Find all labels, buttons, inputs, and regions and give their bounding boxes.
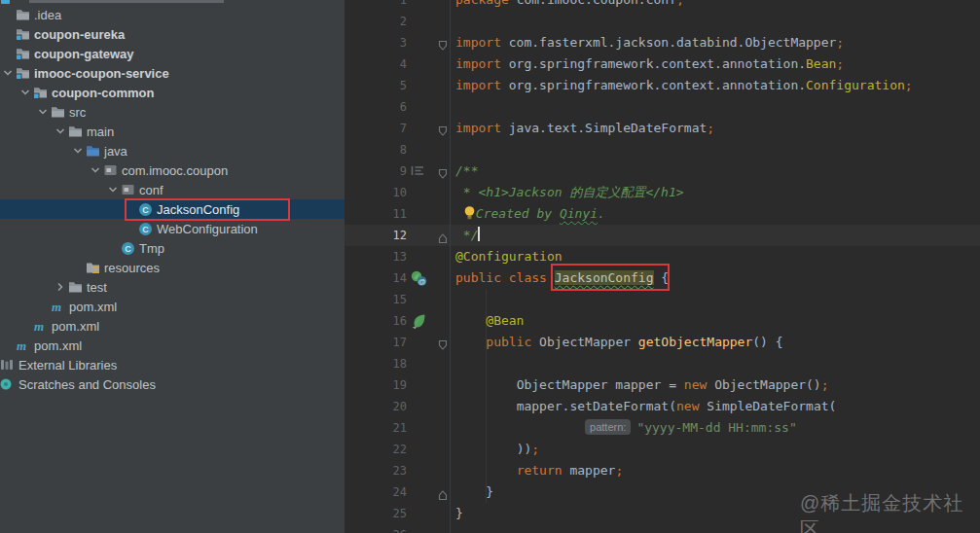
code-line-4[interactable]: 4import org.springframework.context.anno… xyxy=(345,53,980,75)
tree-item-pom-xml[interactable]: mpom.xml xyxy=(0,316,345,336)
code-text: )); xyxy=(455,439,539,460)
fold-marker-close[interactable] xyxy=(437,230,449,241)
token: */ xyxy=(455,228,478,242)
tree-item-jacksonconfig[interactable]: CJacksonConfig xyxy=(0,199,345,219)
code-line-17[interactable]: 17 public ObjectMapper getObjectMapper()… xyxy=(345,332,980,353)
svg-text:C: C xyxy=(142,205,149,215)
token: } xyxy=(455,506,463,520)
code-line-8[interactable]: 8 xyxy=(345,139,980,160)
fold-marker-open[interactable] xyxy=(437,165,449,177)
token: public xyxy=(486,335,539,349)
code-text: mapper.setDateFormat(new SimpleDateForma… xyxy=(455,396,836,417)
line-number: 26 xyxy=(345,524,407,533)
token: package xyxy=(455,0,517,7)
code-line-2[interactable]: 2 xyxy=(345,11,980,32)
tree-item-pom-xml[interactable]: mpom.xml xyxy=(0,336,345,355)
code-line-1[interactable]: 1package com.imooc.coupon.conf; xyxy=(345,0,980,11)
tree-item-imooc-coupon-service[interactable]: imooc-coupon-service xyxy=(0,63,345,83)
code-text: */ xyxy=(455,225,480,246)
code-line-13[interactable]: 13@Configuration xyxy=(345,246,980,267)
fold-marker-close[interactable] xyxy=(437,486,449,498)
editor-pane[interactable]: 1package com.imooc.coupon.conf;23import … xyxy=(345,0,980,533)
tree-item-coupon-gateway[interactable]: coupon-gateway xyxy=(0,44,345,63)
code-line-3[interactable]: 3import com.fasterxml.jackson.databind.O… xyxy=(345,32,980,53)
token: )) xyxy=(517,442,532,456)
code-line-22[interactable]: 22 )); xyxy=(345,439,980,460)
code-text: @Bean xyxy=(455,310,524,332)
tree-item-coupon-common[interactable]: coupon-common xyxy=(0,83,345,102)
chevron-down-icon[interactable] xyxy=(105,180,121,199)
code-line-6[interactable]: 6 xyxy=(345,96,980,118)
fold-marker-open[interactable] xyxy=(437,337,449,348)
token: com.fasterxml.jackson.databind.ObjectMap… xyxy=(509,35,837,50)
chevron-placeholder xyxy=(0,44,16,63)
module-folder-icon xyxy=(16,65,33,81)
spring-config-gutter-icon[interactable]: @ xyxy=(411,270,427,287)
code-text: } xyxy=(455,481,493,503)
token: { xyxy=(654,270,670,285)
code-text: return mapper; xyxy=(455,460,623,481)
code-line-23[interactable]: 23 return mapper; xyxy=(345,460,980,481)
tree-item-test[interactable]: test xyxy=(0,277,345,297)
intention-bulb-icon[interactable] xyxy=(463,205,476,227)
tree-item-main[interactable]: main xyxy=(0,122,345,141)
package-icon xyxy=(103,162,121,178)
fold-marker-open[interactable] xyxy=(437,37,449,49)
code-line-12[interactable]: 12 */ xyxy=(345,225,980,246)
line-number: 23 xyxy=(345,460,407,481)
token: new xyxy=(684,377,714,392)
tree-item-tmp[interactable]: CTmp xyxy=(0,238,345,258)
chevron-down-icon[interactable] xyxy=(88,160,103,180)
chevron-right-icon[interactable] xyxy=(53,277,68,297)
code-line-5[interactable]: 5import org.springframework.context.anno… xyxy=(345,75,980,96)
tree-item-src[interactable]: src xyxy=(0,102,345,122)
tree-item-conf[interactable]: conf xyxy=(0,180,345,199)
code-line-18[interactable]: 18 xyxy=(345,353,980,374)
line-number: 15 xyxy=(345,289,407,310)
code-line-11[interactable]: 11 Created by Qinyi. xyxy=(345,203,980,225)
code-line-15[interactable]: 15 xyxy=(345,289,980,310)
tree-item-label: main xyxy=(86,124,114,139)
tree-item-com-imooc-coupon[interactable]: com.imooc.coupon xyxy=(0,160,345,180)
code-text: @Configuration xyxy=(455,246,563,267)
tree-item-label: External Libraries xyxy=(18,358,117,373)
token: ObjectMapper() xyxy=(714,377,821,392)
source-folder-icon xyxy=(86,143,103,159)
code-line-19[interactable]: 19 ObjectMapper mapper = new ObjectMappe… xyxy=(345,374,980,396)
tree-item-label: JacksonConfig xyxy=(156,202,239,217)
code-line-20[interactable]: 20 mapper.setDateFormat(new SimpleDateFo… xyxy=(345,396,980,417)
tree-item--idea[interactable]: .idea xyxy=(0,5,345,24)
chevron-down-icon[interactable] xyxy=(35,102,51,122)
line-number: 6 xyxy=(345,96,407,118)
code-line-14[interactable]: 14@public class JacksonConfig { xyxy=(345,267,980,289)
line-number: 3 xyxy=(345,32,407,53)
token: com.imooc.coupon.conf xyxy=(517,0,676,7)
chevron-down-icon[interactable] xyxy=(53,122,68,141)
chevron-down-icon[interactable] xyxy=(70,141,86,160)
chevron-down-icon[interactable] xyxy=(18,83,33,102)
fold-marker-open[interactable] xyxy=(437,123,449,134)
token: ObjectMapper xyxy=(539,335,638,349)
tree-item-webconfiguration[interactable]: CWebConfiguration xyxy=(0,219,345,238)
tree-item-label: conf xyxy=(138,183,163,197)
tree-item-pom-xml[interactable]: mpom.xml xyxy=(0,297,345,316)
token: new xyxy=(676,399,707,413)
code-line-9[interactable]: 9/** xyxy=(345,160,980,182)
code-line-16[interactable]: 16 @Bean xyxy=(345,310,980,332)
tree-item-java[interactable]: java xyxy=(0,141,345,160)
line-number: 8 xyxy=(345,139,407,160)
tree-item-coupon-eureka[interactable]: coupon-eureka xyxy=(0,24,345,44)
code-line-21[interactable]: 21 pattern:"yyyy-MM-dd HH:mm:ss" xyxy=(345,417,980,439)
tree-item-external-libraries[interactable]: External Libraries xyxy=(0,355,345,374)
spring-bean-gutter-icon[interactable] xyxy=(411,313,427,330)
tree-item-label: coupon-gateway xyxy=(33,47,134,61)
tree-item-scratches-and-consoles[interactable]: Scratches and Consoles xyxy=(0,374,345,394)
line-number: 25 xyxy=(345,503,407,524)
tree-item-resources[interactable]: resources xyxy=(0,258,345,277)
comment-lines-gutter-icon[interactable] xyxy=(411,163,427,180)
chevron-down-icon[interactable] xyxy=(0,63,16,83)
code-line-7[interactable]: 7import java.text.SimpleDateFormat; xyxy=(345,118,980,139)
tree-item-label: pom.xml xyxy=(51,319,99,334)
tree-item-label: Scratches and Consoles xyxy=(18,377,156,392)
code-line-10[interactable]: 10 * <h1>Jackson 的自定义配置</h1> xyxy=(345,182,980,203)
